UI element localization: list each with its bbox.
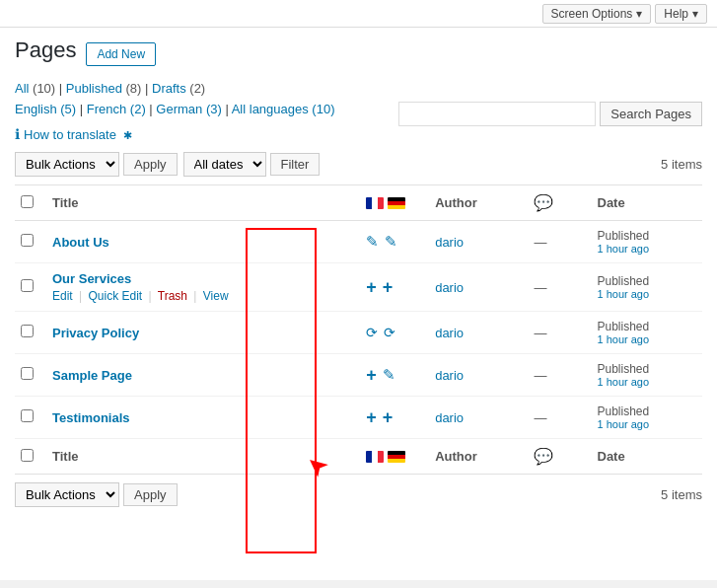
title-header-label: Title	[52, 195, 79, 210]
top-tablenav: Bulk Actions Apply All dates Filter 5 it…	[15, 152, 702, 177]
translation-icons: + +	[366, 277, 415, 298]
bulk-actions-bottom: Bulk Actions Apply	[15, 482, 178, 507]
row-checkbox[interactable]	[21, 367, 34, 380]
all-count: (10)	[33, 81, 55, 96]
flag-icons-header	[366, 197, 415, 209]
plus-icon[interactable]: +	[383, 277, 394, 298]
flags-footer	[356, 439, 425, 475]
plus-icon[interactable]: +	[383, 407, 394, 428]
comment-value: —	[534, 235, 546, 250]
author-cell: dario	[425, 312, 524, 354]
bottom-tablenav: Bulk Actions Apply 5 items	[15, 482, 702, 507]
help-button[interactable]: Help ▾	[655, 4, 707, 24]
flags-column-header	[356, 185, 425, 221]
german-flag-icon	[388, 197, 405, 209]
bulk-actions-top: Bulk Actions Apply	[15, 152, 178, 177]
row-actions: Edit | Quick Edit | Trash | View	[52, 289, 346, 303]
filter-german-link[interactable]: German (3)	[156, 102, 221, 116]
how-to-translate-link[interactable]: How to translate ✱	[24, 127, 132, 142]
select-all-footer	[15, 439, 42, 475]
translation-icons-cell: ✎ ✎	[356, 221, 425, 263]
author-link[interactable]: dario	[435, 410, 464, 425]
translation-icons: + ✎	[366, 365, 415, 386]
sync-icon[interactable]: ⟳	[366, 325, 378, 340]
filter-drafts-link[interactable]: Drafts (2)	[152, 81, 205, 96]
row-checkbox[interactable]	[21, 234, 34, 247]
date-time: 1 hour ago	[598, 243, 693, 255]
how-to-translate-row: ℹ How to translate ✱	[15, 126, 702, 142]
search-pages-button[interactable]: Search Pages	[600, 102, 702, 126]
sync-icon[interactable]: ⟳	[384, 325, 395, 340]
apply-button-bottom[interactable]: Apply	[123, 483, 178, 506]
pencil-icon[interactable]: ✎	[366, 233, 379, 251]
date-time: 1 hour ago	[598, 376, 693, 388]
author-cell: dario	[425, 354, 524, 397]
translation-icons: ⟳ ⟳	[366, 325, 415, 340]
date-select[interactable]: All dates	[183, 152, 266, 177]
select-all-footer-checkbox[interactable]	[21, 449, 34, 462]
search-input[interactable]	[398, 102, 596, 126]
row-checkbox[interactable]	[21, 279, 34, 292]
page-title-link[interactable]: Testimonials	[52, 410, 130, 425]
filter-all-link[interactable]: All (10)	[15, 81, 55, 96]
quick-edit-link[interactable]: Quick Edit	[89, 289, 143, 303]
plus-icon[interactable]: +	[366, 365, 377, 386]
filter-button[interactable]: Filter	[270, 153, 321, 176]
top-bar: Screen Options ▾ Help ▾	[0, 0, 717, 28]
row-checkbox-cell	[15, 397, 42, 439]
title-cell: Testimonials	[42, 397, 356, 439]
author-link[interactable]: dario	[435, 280, 464, 295]
item-count-bottom: 5 items	[661, 487, 702, 502]
date-info: Published 1 hour ago	[598, 274, 693, 300]
comment-column-header: 💬	[524, 185, 587, 221]
author-link[interactable]: dario	[435, 368, 464, 383]
plus-icon[interactable]: +	[366, 277, 377, 298]
date-info: Published 1 hour ago	[598, 362, 693, 388]
german-flag-footer-icon	[388, 451, 405, 463]
row-checkbox[interactable]	[21, 325, 34, 337]
plus-icon[interactable]: +	[366, 407, 377, 428]
french-flag-footer-icon	[366, 451, 384, 463]
language-filter-nav: English (5) | French (2) | German (3) | …	[15, 102, 702, 116]
select-all-checkbox[interactable]	[21, 195, 34, 208]
flag-icons-footer	[366, 451, 415, 463]
page-title-link[interactable]: Our Services	[52, 271, 131, 286]
author-cell: dario	[425, 221, 524, 263]
view-link[interactable]: View	[203, 289, 229, 303]
date-status: Published	[598, 320, 693, 333]
filter-english-link[interactable]: English (5)	[15, 102, 76, 116]
author-link[interactable]: dario	[435, 326, 464, 340]
author-link[interactable]: dario	[435, 235, 464, 250]
filter-all-languages-link[interactable]: All languages (10)	[232, 102, 335, 116]
trash-link[interactable]: Trash	[158, 289, 187, 303]
add-new-button[interactable]: Add New	[86, 42, 156, 66]
filter-published-link[interactable]: Published (8)	[66, 81, 142, 96]
comment-cell: —	[524, 397, 587, 439]
row-checkbox[interactable]	[21, 409, 34, 422]
comment-cell: —	[524, 354, 587, 397]
comment-value: —	[534, 368, 546, 383]
french-flag-icon	[366, 197, 384, 209]
page-title: Pages	[15, 37, 76, 63]
screen-options-button[interactable]: Screen Options ▾	[542, 4, 652, 24]
comment-value: —	[534, 410, 546, 425]
date-footer-label: Date	[588, 439, 703, 475]
page-title-link[interactable]: Privacy Policy	[52, 326, 139, 340]
table-footer-row: Title Author 💬 Date	[15, 439, 702, 475]
date-status: Published	[598, 229, 693, 243]
page-header: Pages Add New	[15, 37, 702, 71]
table-header-row: Title Author 💬 Date	[15, 185, 702, 221]
bulk-actions-select-top[interactable]: Bulk Actions	[15, 152, 119, 177]
chevron-down-icon: ▾	[692, 7, 698, 21]
comment-value: —	[534, 326, 546, 340]
pencil-icon[interactable]: ✎	[383, 366, 395, 384]
pencil-icon[interactable]: ✎	[385, 233, 397, 251]
edit-link[interactable]: Edit	[52, 289, 73, 303]
apply-button-top[interactable]: Apply	[123, 153, 178, 176]
translation-icons-cell: + +	[356, 263, 425, 312]
page-title-link[interactable]: About Us	[52, 235, 109, 250]
row-checkbox-cell	[15, 354, 42, 397]
page-title-link[interactable]: Sample Page	[52, 368, 132, 383]
bulk-actions-select-bottom[interactable]: Bulk Actions	[15, 482, 119, 507]
filter-french-link[interactable]: French (2)	[87, 102, 146, 116]
